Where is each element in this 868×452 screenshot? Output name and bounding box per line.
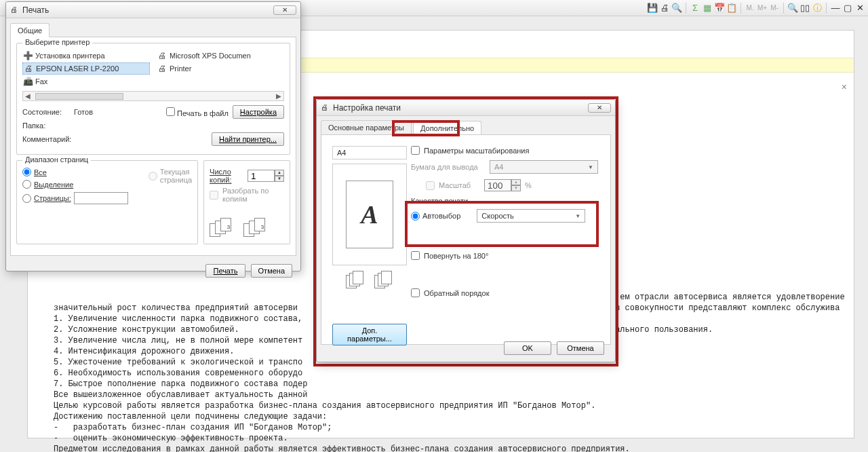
printer-group: Выберите принтер ➕Установка принтера 🖨Mi…	[16, 43, 290, 155]
range-all-radio[interactable]	[22, 168, 31, 176]
additional-params-button[interactable]: Доп. параметры...	[332, 324, 407, 345]
copies-input[interactable]	[248, 170, 275, 182]
output-paper-select: A4▼	[490, 160, 598, 174]
cancel-button[interactable]: Отмена	[557, 341, 604, 355]
separator	[826, 3, 827, 14]
printer-icon: 🖨	[10, 5, 20, 15]
copies-label: Число копий:	[210, 168, 243, 184]
printer-label: Microsoft XPS Documen	[170, 52, 251, 60]
printer-label: EPSON LASER LP-2200	[36, 64, 119, 73]
range-cur-radio	[149, 172, 157, 181]
ok-button[interactable]: OK	[504, 341, 551, 355]
spin-down-icon: ▼	[511, 185, 521, 191]
scale-params-checkbox[interactable]	[411, 146, 420, 155]
range-pages-label: Страницы:	[34, 194, 71, 202]
printer-icon: 🖨	[321, 103, 330, 113]
quality-select[interactable]: Скорость▼	[477, 209, 585, 223]
separator	[686, 3, 686, 14]
m-minus-icon[interactable]: M-	[769, 3, 780, 14]
range-title: Диапазон страниц	[22, 155, 91, 164]
folder-label: Папка:	[22, 121, 70, 130]
collate-label: Разобрать по копиям	[222, 187, 284, 203]
calendar2-icon[interactable]: 📋	[726, 3, 737, 14]
settings-close-button[interactable]: ✕	[588, 103, 611, 113]
quality-auto-label: Автовыбор	[422, 212, 460, 220]
scale-checkbox	[426, 181, 435, 190]
grid-icon[interactable]: ▦	[702, 3, 713, 14]
preview-letter: A	[346, 181, 393, 248]
scroll-right-icon[interactable]: ▶	[274, 92, 283, 100]
settings-titlebar: 🖨 Настройка печати ✕	[317, 100, 615, 116]
print-titlebar: 🖨 Печать ✕	[6, 2, 300, 18]
spin-up-icon[interactable]: ▲	[275, 170, 284, 176]
range-all-label: Все	[34, 168, 47, 176]
thumb-normal[interactable]	[346, 271, 365, 290]
print-close-button[interactable]: ✕	[273, 5, 296, 15]
zoom-in-icon[interactable]: 🔍	[787, 3, 798, 14]
printer-label: Fax	[35, 77, 47, 86]
cancel-button[interactable]: Отмена	[251, 264, 292, 278]
printer-icon: 🖨	[157, 64, 167, 73]
quality-auto-radio[interactable]	[411, 212, 420, 221]
close-icon[interactable]: ✕	[854, 3, 865, 14]
range-group: Диапазон страниц Все Выделение Страницы:…	[16, 160, 198, 244]
printer-item-fax[interactable]: 📠Fax	[22, 76, 150, 87]
layout-thumbs	[332, 271, 407, 290]
m-plus-icon[interactable]: M+	[757, 3, 768, 14]
settings-title: Настройка печати	[333, 103, 588, 113]
reverse-checkbox[interactable]	[411, 288, 420, 297]
maximize-icon[interactable]: ▢	[842, 3, 853, 14]
range-sel-radio[interactable]	[22, 180, 31, 189]
to-file-checkbox[interactable]: Печать в файл	[166, 107, 229, 117]
print-settings-dialog: 🖨 Настройка печати ✕ Основные параметры …	[316, 99, 616, 362]
output-paper-label: Бумага для вывода	[411, 163, 486, 171]
m-half-icon[interactable]: M.	[745, 3, 755, 14]
spin-down-icon[interactable]: ▼	[275, 176, 284, 182]
find-printer-button[interactable]: Найти принтер...	[212, 132, 284, 146]
rotate-checkbox[interactable]	[411, 251, 420, 260]
thumb-reverse[interactable]	[374, 271, 393, 290]
save-icon[interactable]: 💾	[647, 3, 658, 14]
columns-icon[interactable]: ▯▯	[800, 3, 810, 14]
scroll-left-icon[interactable]: ◀	[23, 92, 33, 100]
preview-icon[interactable]: 🔍	[671, 3, 682, 14]
collate-preview: 123 123	[210, 218, 284, 238]
minimize-icon[interactable]: —	[830, 3, 841, 14]
tab-additional[interactable]: Дополнительно	[413, 121, 481, 135]
settings-tab-body: A4 A Доп. параметры... Параметры масштаб…	[321, 134, 611, 345]
to-file-label: Печать в файл	[177, 109, 229, 117]
tab-main-params[interactable]: Основные параметры	[321, 120, 412, 134]
printer-item-printer[interactable]: 🖨Printer	[157, 62, 284, 75]
state-label: Состояние:	[22, 108, 70, 116]
print-dialog: 🖨 Печать ✕ Общие Выберите принтер ➕Устан…	[5, 1, 301, 271]
scroll-thumb[interactable]	[35, 93, 123, 100]
printer-scrollbar[interactable]: ◀ ▶	[22, 91, 284, 101]
chevron-down-icon: ▼	[575, 213, 580, 219]
range-sel-label: Выделение	[34, 181, 73, 189]
info-icon[interactable]: ⓘ	[812, 3, 823, 14]
pages-input[interactable]	[74, 192, 128, 204]
calendar-icon[interactable]: 📅	[714, 3, 725, 14]
preview-column: A4 A Доп. параметры...	[332, 146, 407, 345]
range-pages-radio[interactable]	[22, 194, 31, 203]
printer-item-xps[interactable]: 🖨Microsoft XPS Documen	[157, 50, 284, 61]
printer-list: ➕Установка принтера 🖨Microsoft XPS Docum…	[22, 50, 284, 87]
print-tab-body: Выберите принтер ➕Установка принтера 🖨Mi…	[10, 37, 296, 256]
print-icon[interactable]: 🖨	[659, 3, 670, 14]
state-value: Готов	[74, 108, 93, 116]
comment-label: Комментарий:	[22, 135, 71, 143]
printer-item-epson[interactable]: 🖨EPSON LASER LP-2200	[22, 62, 150, 75]
print-tabs: Общие	[6, 18, 300, 37]
printer-group-title: Выберите принтер	[22, 38, 92, 46]
settings-button[interactable]: Настройка	[233, 105, 284, 119]
doc-close-icon[interactable]: ×	[842, 81, 847, 92]
copies-group: Число копий: ▲▼ Разобрать по копиям 123 …	[203, 160, 290, 244]
sum-icon[interactable]: Σ	[690, 3, 701, 14]
scale-input	[484, 179, 511, 191]
printer-icon: 🖨	[157, 51, 167, 60]
reverse-label: Обратный порядок	[424, 289, 489, 297]
tab-general[interactable]: Общие	[10, 23, 50, 37]
printer-item-setup[interactable]: ➕Установка принтера	[22, 50, 150, 61]
printer-icon: 🖨	[24, 64, 33, 73]
print-button[interactable]: Печать	[205, 264, 245, 278]
